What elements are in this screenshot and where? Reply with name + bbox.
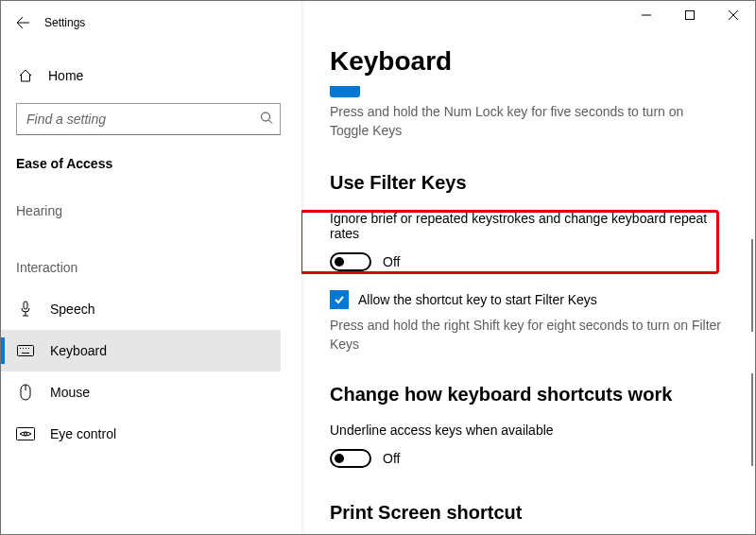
filter-keys-heading: Use Filter Keys xyxy=(330,172,729,194)
svg-rect-1 xyxy=(686,11,695,20)
keyboard-icon xyxy=(16,345,35,356)
sidebar-item-speech[interactable]: Speech xyxy=(1,288,281,330)
microphone-icon xyxy=(16,301,35,318)
search-input[interactable] xyxy=(16,103,281,135)
content-pane: Keyboard Press and hold the Num Lock key… xyxy=(301,1,755,534)
underline-access-keys-toggle[interactable] xyxy=(330,449,371,468)
svg-rect-7 xyxy=(24,302,27,309)
sidebar-item-label: Eye control xyxy=(50,426,116,441)
print-screen-heading: Print Screen shortcut xyxy=(330,502,729,524)
sidebar-home-label: Home xyxy=(48,68,83,83)
scrollbar-segment[interactable] xyxy=(751,373,753,466)
filter-keys-description: Ignore brief or repeated keystrokes and … xyxy=(330,211,729,241)
toggle-keys-help-text: Press and hold the Num Lock key for five… xyxy=(330,103,708,140)
sidebar-item-home[interactable]: Home xyxy=(16,58,281,94)
sidebar-item-keyboard[interactable]: Keyboard xyxy=(1,330,281,371)
maximize-button[interactable] xyxy=(668,1,712,29)
settings-window: Settings Home xyxy=(0,0,756,535)
sidebar-item-eye-control[interactable]: Eye control xyxy=(1,413,281,455)
app-title: Settings xyxy=(44,16,85,29)
filter-keys-shortcut-label: Allow the shortcut key to start Filter K… xyxy=(358,292,597,307)
eye-control-icon xyxy=(16,427,35,440)
filter-keys-toggle[interactable] xyxy=(330,252,371,271)
sidebar: Settings Home xyxy=(1,1,301,534)
window-controls xyxy=(625,1,755,29)
page-title: Keyboard xyxy=(330,46,729,77)
sidebar-item-mouse[interactable]: Mouse xyxy=(1,371,281,413)
filter-keys-shortcut-checkbox[interactable] xyxy=(330,290,349,309)
sidebar-section-heading: Ease of Access xyxy=(16,156,281,171)
scrollbar-segment[interactable] xyxy=(751,239,753,332)
underline-access-keys-state: Off xyxy=(383,451,400,466)
underline-access-keys-label: Underline access keys when available xyxy=(330,423,729,438)
close-button[interactable] xyxy=(712,1,755,29)
back-button[interactable] xyxy=(1,1,44,44)
sidebar-group-interaction: Interaction xyxy=(16,260,281,275)
sidebar-item-label: Mouse xyxy=(50,385,90,400)
sidebar-group-hearing: Hearing xyxy=(16,203,281,218)
sidebar-item-label: Speech xyxy=(50,302,94,317)
shortcuts-heading: Change how keyboard shortcuts work xyxy=(330,384,729,406)
sidebar-item-label: Keyboard xyxy=(50,343,107,358)
search-icon xyxy=(260,112,273,128)
mouse-icon xyxy=(16,384,35,401)
toggle-keys-toggle-partial[interactable] xyxy=(330,86,360,97)
home-icon xyxy=(16,68,35,83)
filter-keys-toggle-state: Off xyxy=(383,254,400,269)
svg-line-6 xyxy=(269,120,273,124)
filter-keys-shortcut-help: Press and hold the right Shift key for e… xyxy=(330,317,729,354)
svg-point-5 xyxy=(262,112,270,121)
minimize-button[interactable] xyxy=(625,1,668,29)
svg-rect-10 xyxy=(18,346,34,356)
svg-point-19 xyxy=(25,433,27,436)
